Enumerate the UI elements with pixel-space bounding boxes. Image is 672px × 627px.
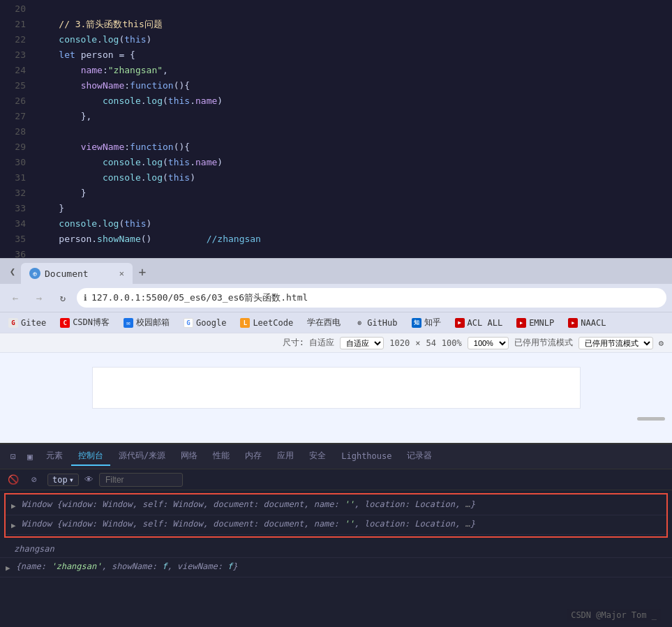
lock-icon: ℹ [84, 293, 87, 303]
console-clear-icon[interactable]: 🚫 [6, 472, 21, 488]
tab-network[interactable]: 网络 [174, 447, 204, 466]
acl-icon: ▶ [455, 318, 465, 328]
bookmark-mail[interactable]: ✉ 校园邮箱 [121, 315, 172, 330]
bookmark-gitee-label: Gitee [21, 318, 46, 328]
devtools-toolbar: 🚫 ⊘ top ▾ 👁 [0, 469, 672, 490]
console-line-3: ▶ {name: 'zhangsan', showName: f, viewNa… [0, 558, 672, 577]
devtools-tab-bar: ⊡ ▣ 元素 控制台 源代码/来源 网络 性能 内存 应用 安全 Lightho… [0, 444, 672, 469]
dimension-select[interactable]: 自适应 [340, 337, 384, 349]
browser-tab-bar: ❮ ⊕ Document ✕ + [0, 259, 672, 284]
browser-tab-active[interactable]: ⊕ Document ✕ [21, 263, 133, 284]
expand-arrow-1[interactable]: ▶ [11, 499, 16, 513]
bookmark-xuedi-label: 学在西电 [307, 317, 341, 328]
throttle-select[interactable]: 已停用节流模式 [578, 337, 653, 349]
dimension-height: 54 [426, 338, 435, 348]
bookmark-leetcode[interactable]: L LeetCode [237, 317, 296, 329]
tab-elements[interactable]: 元素 [39, 447, 70, 466]
filter-eye-icon[interactable]: 👁 [84, 474, 94, 485]
tab-sources[interactable]: 源代码/来源 [112, 447, 172, 466]
console-object-text: {name: 'zhangsan', showName: f, viewName… [16, 559, 238, 573]
forward-button[interactable]: → [29, 288, 49, 308]
dimension-size-label: 尺寸: 自适应 [283, 337, 334, 349]
browser-content-wrapper [0, 352, 672, 443]
code-editor: 20 21 22 23 24 25 26 27 28 29 30 31 32 3… [0, 0, 672, 258]
back-button[interactable]: ← [6, 288, 25, 308]
browser-nav: ← → ↻ ℹ 127.0.0.1:5500/05_es6/03_es6箭头函数… [0, 284, 672, 312]
tab-memory[interactable]: 内存 [238, 447, 269, 466]
console-line-1: ▶ Window {window: Window, self: Window, … [6, 496, 666, 515]
mail-icon: ✉ [124, 318, 133, 328]
bookmark-leetcode-label: LeetCode [253, 318, 293, 328]
dimension-zoom: 100% [442, 338, 462, 348]
dimension-width: 1020 [389, 338, 410, 348]
devtools-device-icon[interactable]: ▣ [22, 449, 38, 464]
bookmark-google[interactable]: G Google [181, 317, 229, 329]
bookmark-emnlp-label: EMNLP [529, 318, 554, 328]
tab-performance[interactable]: 性能 [206, 447, 237, 466]
bookmark-mail-label: 校园邮箱 [136, 317, 170, 328]
tab-lighthouse[interactable]: Lighthouse [334, 448, 398, 465]
bookmark-xuedi[interactable]: 学在西电 [304, 315, 343, 330]
context-dropdown-icon: ▾ [69, 475, 74, 485]
tab-application[interactable]: 应用 [270, 447, 301, 466]
bookmark-zhihu[interactable]: 知 知乎 [409, 315, 444, 330]
context-selector[interactable]: top ▾ [47, 474, 79, 486]
tab-title: Document [45, 269, 89, 279]
zhihu-icon: 知 [412, 318, 421, 328]
bookmark-google-label: Google [196, 318, 226, 328]
throttle-label: 已停用节流模式 [514, 337, 573, 349]
bookmark-naacl[interactable]: ▶ NAACL [565, 317, 608, 329]
console-zhangsan: zhangsan [0, 541, 672, 558]
console-error-group: ▶ Window {window: Window, self: Window, … [4, 493, 668, 538]
leetcode-icon: L [240, 318, 250, 328]
github-icon: ⊙ [354, 318, 364, 328]
expand-arrow-2[interactable]: ▶ [11, 519, 16, 533]
bookmarks-bar: G Gitee C CSDN博客 ✉ 校园邮箱 G Google L LeetC… [0, 312, 672, 333]
code-content: // 3.箭头函数this问题 console.log(this) let pe… [31, 0, 672, 258]
tab-close-button[interactable]: ✕ [119, 269, 124, 278]
console-filter-icon[interactable]: ⊘ [27, 472, 42, 488]
tab-console[interactable]: 控制台 [71, 447, 110, 466]
bookmark-github[interactable]: ⊙ GitHub [352, 317, 400, 329]
console-output: ▶ Window {window: Window, self: Window, … [0, 490, 672, 627]
tab-left-button[interactable]: ❮ [4, 263, 21, 280]
dimension-bar: 尺寸: 自适应 自适应 1020 × 54 100% 100% 已停用节流模式 … [0, 333, 672, 352]
watermark: CSDN @Major Tom _ [567, 609, 661, 621]
settings-icon[interactable]: ⚙ [659, 338, 664, 348]
emnlp-icon: ▶ [516, 318, 526, 328]
bookmark-emnlp[interactable]: ▶ EMNLP [514, 317, 557, 329]
console-text-1: Window {window: Window, self: Window, do… [22, 497, 475, 511]
bookmark-zhihu-label: 知乎 [424, 317, 441, 328]
console-line-2: ▶ Window {window: Window, self: Window, … [6, 515, 666, 535]
dimension-x: × [415, 338, 420, 348]
zoom-select[interactable]: 100% [468, 337, 509, 349]
bookmark-acl[interactable]: ▶ ACL ALL [452, 317, 506, 329]
refresh-button[interactable]: ↻ [53, 288, 73, 308]
console-text-2: Window {window: Window, self: Window, do… [22, 517, 475, 531]
csdn-icon: C [60, 318, 70, 328]
browser-chrome: ❮ ⊕ Document ✕ + ← → ↻ ℹ 127.0.0.1:5500/… [0, 258, 672, 352]
bookmark-csdn[interactable]: C CSDN博客 [57, 315, 112, 330]
devtools-panel: ⊡ ▣ 元素 控制台 源代码/来源 网络 性能 内存 应用 安全 Lightho… [0, 443, 672, 627]
console-filter-input[interactable] [99, 473, 183, 487]
line-numbers: 20 21 22 23 24 25 26 27 28 29 30 31 32 3… [0, 0, 31, 258]
page-content [92, 367, 581, 409]
browser-content [0, 352, 672, 443]
devtools-inspect-icon[interactable]: ⊡ [6, 449, 21, 464]
naacl-icon: ▶ [568, 318, 578, 328]
bookmark-github-label: GitHub [367, 318, 397, 328]
new-tab-button[interactable]: + [133, 262, 152, 281]
expand-arrow-3[interactable]: ▶ [6, 561, 10, 575]
bookmark-naacl-label: NAACL [581, 318, 606, 328]
tab-recorder[interactable]: 记录器 [400, 447, 439, 466]
tab-security[interactable]: 安全 [302, 447, 333, 466]
bookmark-csdn-label: CSDN博客 [73, 317, 110, 328]
horizontal-scrollbar[interactable] [637, 417, 665, 421]
bookmark-gitee[interactable]: G Gitee [6, 317, 49, 329]
tab-favicon: ⊕ [29, 268, 40, 279]
url-text: 127.0.0.1:5500/05_es6/03_es6箭头函数.html [91, 292, 308, 304]
google-icon: G [184, 318, 193, 328]
address-bar[interactable]: ℹ 127.0.0.1:5500/05_es6/03_es6箭头函数.html [77, 288, 666, 308]
gitee-icon: G [8, 318, 18, 328]
context-label: top [52, 475, 68, 485]
